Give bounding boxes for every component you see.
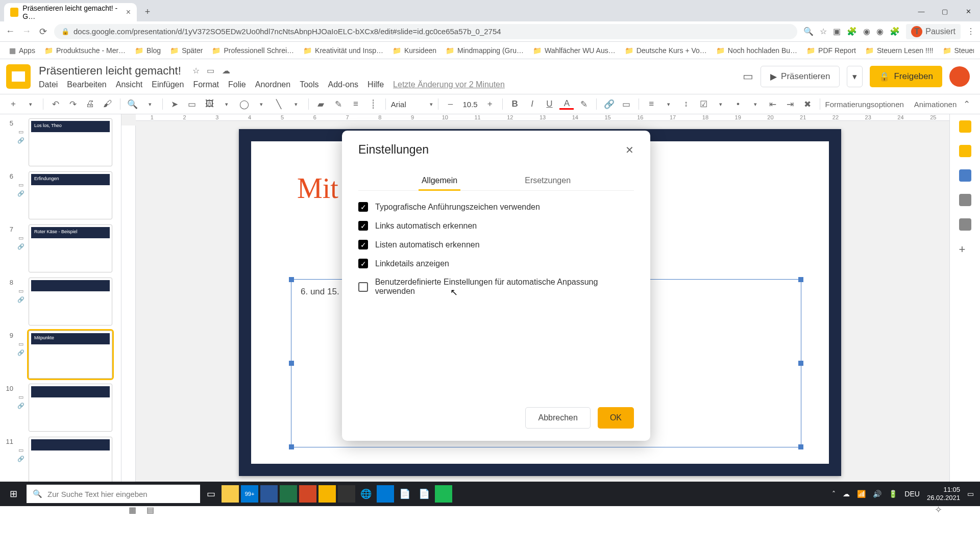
bookmark-item[interactable]: 📁Noch hochladen Bu…: [713, 44, 800, 57]
filmstrip-item[interactable]: 6▭🔗Erfindungen: [3, 171, 118, 219]
tray-expand-icon[interactable]: ˄: [832, 490, 836, 498]
excel-icon[interactable]: [280, 485, 297, 503]
add-panel-icon[interactable]: +: [959, 243, 971, 255]
menu-format[interactable]: Format: [193, 80, 219, 89]
zoom-button[interactable]: 🔍: [126, 97, 140, 111]
nav-back-button[interactable]: ←: [5, 27, 15, 37]
checkbox[interactable]: ✓: [358, 259, 368, 268]
notepad2-icon[interactable]: 📄: [415, 485, 433, 503]
menu-tools[interactable]: Tools: [300, 80, 318, 89]
bookmark-item[interactable]: 📁Kursideen: [389, 44, 439, 57]
font-size-inc[interactable]: +: [483, 97, 497, 111]
window-close-button[interactable]: ✕: [957, 1, 980, 21]
bookmark-item[interactable]: 📁Deutsche Kurs + Vo…: [622, 44, 710, 57]
slides-logo-icon[interactable]: [6, 64, 31, 89]
sound-icon[interactable]: 🔊: [873, 490, 881, 498]
extension2-icon[interactable]: ◉: [863, 27, 870, 36]
bookmark-item[interactable]: 📁Steuern Videos wic…: [940, 44, 974, 57]
tab-close-icon[interactable]: ×: [126, 8, 131, 17]
filmstrip-item[interactable]: 11▭🔗: [3, 437, 118, 485]
side-app-icon[interactable]: [959, 218, 971, 231]
tab-general[interactable]: Allgemein: [419, 171, 460, 190]
menu-datei[interactable]: Datei: [39, 80, 58, 89]
filmstrip[interactable]: 5▭🔗Los los, Theo6▭🔗Erfindungen7▭🔗Roter K…: [0, 114, 121, 506]
format-options[interactable]: Formatierungsoptionen: [825, 100, 904, 109]
filmstrip-item[interactable]: 8▭🔗: [3, 278, 118, 325]
bookmark-star-icon[interactable]: ☆: [820, 27, 827, 36]
tab-substitutions[interactable]: Ersetzungen: [522, 171, 574, 190]
bold-button[interactable]: B: [508, 97, 522, 111]
font-size-dec[interactable]: –: [444, 97, 458, 111]
start-button[interactable]: ⊞: [2, 483, 24, 505]
checkbox[interactable]: ✓: [358, 221, 368, 231]
filmstrip-view-icon[interactable]: ▦: [129, 505, 136, 515]
line-tool[interactable]: ╲: [272, 97, 286, 111]
qr-icon[interactable]: ▣: [833, 27, 841, 36]
share-button[interactable]: 🔒 Freigeben: [870, 66, 942, 87]
fill-color[interactable]: ▰: [314, 97, 328, 111]
line-spacing-button[interactable]: ↕: [679, 97, 693, 111]
highlight-button[interactable]: ✎: [577, 97, 591, 111]
onedrive-icon[interactable]: ☁: [843, 490, 850, 498]
font-size[interactable]: 10.5: [461, 100, 480, 109]
textbox-tool[interactable]: ▭: [185, 97, 199, 111]
window-minimize-button[interactable]: —: [910, 1, 933, 21]
last-edit[interactable]: Letzte Änderung vor 2 Minuten: [393, 80, 505, 89]
image-tool[interactable]: 🖼: [202, 97, 216, 111]
bookmark-item[interactable]: 📁Professionell Schrei…: [209, 44, 297, 57]
comments-icon[interactable]: ▭: [743, 70, 753, 83]
redo-button[interactable]: ↷: [66, 97, 80, 111]
menu-folie[interactable]: Folie: [228, 80, 246, 89]
undo-button[interactable]: ↶: [48, 97, 63, 111]
url-bar[interactable]: 🔒 docs.google.com/presentation/d/1yV372S…: [54, 24, 797, 39]
link-button[interactable]: 🔗: [602, 97, 616, 111]
chrome-menu-icon[interactable]: ⋮: [967, 27, 975, 36]
bookmark-item[interactable]: 📁Wahlfächer WU Aus…: [530, 44, 619, 57]
edge-icon[interactable]: [377, 485, 394, 503]
language-indicator[interactable]: DEU: [904, 490, 920, 498]
app-icon[interactable]: [318, 485, 336, 503]
dialog-close-icon[interactable]: ✕: [625, 144, 634, 156]
indent-increase-button[interactable]: ⇥: [783, 97, 797, 111]
grid-view-icon[interactable]: ▤: [146, 505, 154, 515]
border-weight[interactable]: ≡: [349, 97, 363, 111]
indent-decrease-button[interactable]: ⇤: [766, 97, 780, 111]
move-icon[interactable]: ▭: [207, 66, 214, 75]
cloud-status-icon[interactable]: ☁: [222, 66, 230, 75]
bookmark-item[interactable]: 📁Steuern Lesen !!!!: [862, 44, 937, 57]
filmstrip-item[interactable]: 5▭🔗Los los, Theo: [3, 118, 118, 166]
browser-tab[interactable]: Präsentieren leicht gemacht! - G… ×: [4, 3, 137, 21]
collapse-toolbar-button[interactable]: ⌃: [960, 97, 974, 111]
powerpoint-icon[interactable]: [299, 485, 316, 503]
slide-thumbnail[interactable]: [29, 437, 112, 485]
font-select[interactable]: Arial: [391, 100, 427, 109]
new-slide-button[interactable]: +: [6, 97, 20, 111]
checkbox[interactable]: [358, 282, 368, 292]
numbered-list-button[interactable]: ☑: [696, 97, 710, 111]
slide-thumbnail[interactable]: Roter Käse - Beispiel: [29, 224, 112, 272]
cancel-button[interactable]: Abbrechen: [525, 407, 590, 429]
menu-hilfe[interactable]: Hilfe: [368, 80, 384, 89]
shape-tool[interactable]: ◯: [237, 97, 251, 111]
paint-format-button[interactable]: 🖌: [101, 97, 115, 111]
animations[interactable]: Animationen: [914, 100, 957, 109]
slide-thumbnail[interactable]: [29, 278, 112, 325]
slide-thumbnail[interactable]: Erfindungen: [29, 171, 112, 219]
filmstrip-item[interactable]: 7▭🔗Roter Käse - Beispiel: [3, 224, 118, 272]
slide-thumbnail[interactable]: [29, 384, 112, 432]
extensions-menu-icon[interactable]: 🧩: [890, 27, 900, 36]
side-app-icon[interactable]: [959, 120, 971, 133]
apps-shortcut[interactable]: ▦ Apps: [6, 44, 38, 57]
star-icon[interactable]: ☆: [192, 66, 200, 75]
border-dash[interactable]: ┊: [366, 97, 380, 111]
chrome-icon[interactable]: 🌐: [357, 485, 375, 503]
select-tool[interactable]: ➤: [168, 97, 182, 111]
clock[interactable]: 11:05 26.02.2021: [927, 486, 960, 502]
nav-reload-button[interactable]: ⟳: [38, 27, 48, 37]
word-icon[interactable]: [260, 485, 278, 503]
checkbox[interactable]: ✓: [358, 240, 368, 249]
filmstrip-item[interactable]: 10▭🔗: [3, 384, 118, 432]
window-maximize-button[interactable]: ▢: [933, 1, 957, 21]
mail-icon[interactable]: 99+: [241, 485, 258, 503]
taskbar-search[interactable]: 🔍 Zur Suche Text hier eingeben: [27, 485, 200, 503]
